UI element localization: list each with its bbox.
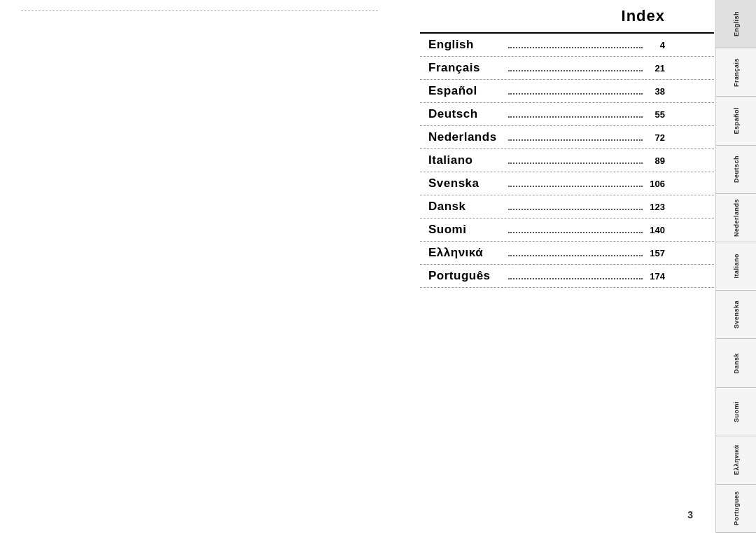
top-dashes [21,11,378,11]
dots-nederlands [508,139,643,141]
index-item-dansk[interactable]: Dansk123 [420,195,714,219]
dots-espanol [508,93,643,95]
dots-ellinika [508,255,643,256]
tab-label-francais-tab: Français [733,58,740,87]
dots-dansk [508,209,643,210]
tab-label-deutsch-tab: Deutsch [733,155,740,183]
tab-espanol-tab[interactable]: Español [716,97,756,145]
page-num-svenska: 106 [645,179,665,189]
index-item-deutsch[interactable]: Deutsch55 [420,103,714,126]
dots-portugues [508,278,643,279]
tab-label-dansk-tab: Dansk [733,353,740,374]
tab-strip: EnglishFrançaisEspañolDeutschNederlandsI… [715,0,756,533]
tab-portugues-tab[interactable]: Portugues [716,485,756,533]
page-num-francais: 21 [645,63,665,74]
lang-name-italiano: Italiano [428,153,505,167]
page-num-deutsch: 55 [645,109,665,120]
lang-name-ellinika: Ελληνικά [428,246,505,260]
index-item-italiano[interactable]: Italiano89 [420,149,714,172]
tab-label-espanol-tab: Español [733,107,740,134]
tab-francais-tab[interactable]: Français [716,48,756,97]
tab-deutsch-tab[interactable]: Deutsch [716,146,756,194]
index-item-suomi[interactable]: Suomi140 [420,219,714,242]
tab-ellinika-tab[interactable]: Ελληνικά [716,436,756,485]
lang-name-dansk: Dansk [428,200,505,214]
tab-label-suomi-tab: Suomi [733,401,740,422]
index-item-portugues[interactable]: Português174 [420,265,714,288]
tab-italiano-tab[interactable]: Italiano [716,242,756,291]
page-container: Index English4Français21Español38Deutsch… [0,0,756,533]
index-panel: Index English4Français21Español38Deutsch… [420,0,714,533]
page-num-ellinika: 157 [645,248,665,258]
tab-suomi-tab[interactable]: Suomi [716,388,756,436]
index-item-ellinika[interactable]: Ελληνικά157 [420,242,714,265]
lang-name-english: English [428,38,505,52]
lang-name-deutsch: Deutsch [428,107,505,121]
lang-name-espanol: Español [428,84,505,98]
tab-label-english-tab: English [733,11,740,36]
dots-suomi [508,232,643,233]
tab-english-tab[interactable]: English [716,0,756,48]
lang-name-nederlands: Nederlands [428,130,505,144]
tab-label-portugues-tab: Portugues [733,491,740,525]
dots-english [508,47,643,48]
tab-dansk-tab[interactable]: Dansk [716,339,756,387]
lang-name-francais: Français [428,61,505,75]
dots-deutsch [508,116,643,118]
page-num-espanol: 38 [645,86,665,97]
page-num-portugues: 174 [645,271,665,282]
index-item-nederlands[interactable]: Nederlands72 [420,126,714,149]
left-area [0,0,434,533]
index-title: Index [420,0,714,34]
tab-svenska-tab[interactable]: Svenska [716,291,756,339]
lang-name-svenska: Svenska [428,176,505,191]
index-item-english[interactable]: English4 [420,34,714,57]
index-item-svenska[interactable]: Svenska106 [420,172,714,195]
tab-nederlands-tab[interactable]: Nederlands [716,194,756,242]
page-num-italiano: 89 [645,155,665,166]
page-num-nederlands: 72 [645,132,665,143]
tab-label-nederlands-tab: Nederlands [733,199,740,237]
dots-italiano [508,162,643,164]
index-item-francais[interactable]: Français21 [420,57,714,80]
page-num-suomi: 140 [645,225,665,235]
index-item-espanol[interactable]: Español38 [420,80,714,103]
tab-label-italiano-tab: Italiano [733,254,740,279]
page-num-dansk: 123 [645,202,665,212]
lang-name-suomi: Suomi [428,223,505,237]
tab-label-svenska-tab: Svenska [733,300,740,328]
dots-svenska [508,186,643,187]
page-num-english: 4 [645,40,665,50]
index-list: English4Français21Español38Deutsch55Nede… [420,34,714,288]
page-number: 3 [687,509,693,520]
tab-label-ellinika-tab: Ελληνικά [733,445,740,475]
dots-francais [508,70,643,71]
lang-name-portugues: Português [428,269,505,283]
